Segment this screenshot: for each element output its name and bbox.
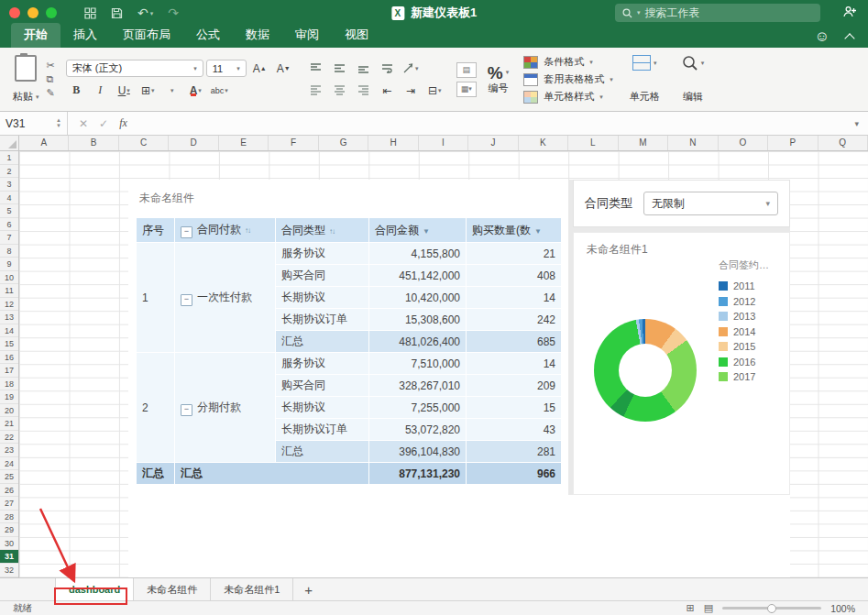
column-header-P[interactable]: P [768,136,818,150]
ribbon-tab-开始[interactable]: 开始 [11,23,60,48]
font-name-select[interactable]: 宋体 (正文)▾ [66,60,203,77]
name-box[interactable]: V31 ▲▼ [0,112,68,135]
legend-item[interactable]: 2013 [719,309,769,324]
format-painter-button[interactable]: ✎ [47,88,55,98]
row-header-32[interactable]: 32 [0,564,18,577]
align-center-icon[interactable] [329,82,350,99]
legend-item[interactable]: 2014 [719,324,769,340]
column-header-Q[interactable]: Q [819,136,868,150]
collapse-ribbon-icon[interactable] [844,33,854,43]
decrease-indent-icon[interactable]: ⇤ [377,82,398,99]
zoom-slider[interactable] [722,607,821,610]
row-header-17[interactable]: 17 [0,364,18,378]
search-input[interactable]: ▾ 搜索工作表 [615,4,820,22]
grid-view-icon[interactable] [84,7,96,19]
save-icon[interactable] [111,7,123,19]
ribbon-tab-插入[interactable]: 插入 [60,23,110,48]
row-header-21[interactable]: 21 [0,417,18,431]
zoom-slider-thumb[interactable] [767,604,776,613]
fullscreen-window-button[interactable] [46,7,57,18]
collapse-icon[interactable]: − [181,404,192,416]
fill-color-button[interactable]: ▾ [161,82,182,99]
add-sheet-button[interactable]: + [293,578,324,600]
insert-comment-icon[interactable]: ▤ [456,62,477,78]
column-header-B[interactable]: B [69,136,118,150]
ribbon-tab-公式[interactable]: 公式 [183,23,233,48]
row-header-3[interactable]: 3 [0,178,18,192]
column-header-H[interactable]: H [368,136,418,150]
row-header-15[interactable]: 15 [0,337,18,351]
collapse-icon[interactable]: − [181,226,192,238]
ribbon-tab-数据[interactable]: 数据 [233,23,282,48]
orientation-icon[interactable]: ▾ [401,60,422,77]
align-right-icon[interactable] [353,82,374,99]
column-header-I[interactable]: I [419,136,468,150]
cells-button[interactable]: ▾ 单元格 [624,52,665,106]
row-header-6[interactable]: 6 [0,218,18,232]
bold-button[interactable]: B [66,82,87,99]
row-header-1[interactable]: 1 [0,151,18,165]
row-header-11[interactable]: 11 [0,284,18,298]
row-header-28[interactable]: 28 [0,511,18,524]
column-header-F[interactable]: F [269,136,318,150]
legend-item[interactable]: 2011 [719,279,769,294]
sheet-tab-未命名组件[interactable]: 未命名组件 [134,578,211,600]
collapse-icon[interactable]: − [181,294,192,306]
page-layout-view-icon[interactable]: ▤ [704,603,713,613]
cell-styles-button[interactable]: 单元格样式▾ [523,90,613,104]
table-column-header[interactable]: −合同付款↑↓ [175,218,276,243]
row-header-25[interactable]: 25 [0,470,18,484]
row-header-2[interactable]: 2 [0,165,18,179]
row-header-10[interactable]: 10 [0,271,18,285]
row-header-24[interactable]: 24 [0,457,18,471]
column-header-C[interactable]: C [119,136,169,150]
column-header-A[interactable]: A [19,136,69,150]
filter-dropdown-icon[interactable]: ▼ [534,227,541,236]
row-header-13[interactable]: 13 [0,311,18,324]
increase-indent-icon[interactable]: ⇥ [401,82,422,99]
cut-button[interactable]: ✂ [47,60,55,71]
name-box-stepper-icon[interactable]: ▲▼ [56,118,61,128]
column-header-N[interactable]: N [668,136,718,150]
align-middle-icon[interactable] [329,60,350,77]
row-header-20[interactable]: 20 [0,404,18,418]
conditional-format-button[interactable]: 条件格式▾ [523,55,613,69]
column-header-M[interactable]: M [619,136,668,150]
column-header-G[interactable]: G [319,136,368,150]
minimize-window-button[interactable] [27,7,38,18]
align-bottom-icon[interactable] [353,60,374,77]
row-header-30[interactable]: 30 [0,537,18,551]
format-as-table-button[interactable]: 套用表格格式▾ [523,72,613,86]
cells-area[interactable]: 未命名组件 序号−合同付款↑↓合同类型↑↓合同金额▼购买数量(数▼1−一次性付款… [19,151,868,577]
legend-item[interactable]: 2012 [719,294,769,310]
align-top-icon[interactable] [305,60,326,77]
decrease-font-size-button[interactable]: A▼ [273,60,294,77]
filter-dropdown-icon[interactable]: ▼ [423,227,429,236]
share-icon[interactable] [842,5,857,23]
row-header-8[interactable]: 8 [0,245,18,258]
legend-item[interactable]: 2015 [719,339,769,355]
text-style-button[interactable]: abc▾ [209,82,230,99]
row-header-16[interactable]: 16 [0,351,18,365]
feedback-smiley-icon[interactable]: ☺ [815,28,830,45]
font-color-button[interactable]: A▾ [185,82,206,99]
row-header-18[interactable]: 18 [0,378,18,391]
column-header-L[interactable]: L [568,136,618,150]
copy-button[interactable]: ⧉ [47,74,55,84]
ribbon-tab-页面布局[interactable]: 页面布局 [110,23,183,48]
insert-function-icon[interactable]: fx [119,116,127,130]
dashboard-object[interactable]: 未命名组件 序号−合同付款↑↓合同类型↑↓合同金额▼购买数量(数▼1−一次性付款… [128,180,790,577]
font-size-select[interactable]: 11▾ [206,60,247,77]
percent-style-button[interactable]: %▾ 编号 [484,62,512,97]
select-all-corner[interactable] [0,136,19,150]
borders-button[interactable]: ⊞▾ [137,82,159,99]
legend-item[interactable]: 2017 [719,369,769,385]
row-header-22[interactable]: 22 [0,431,18,445]
row-header-23[interactable]: 23 [0,444,18,457]
underline-button[interactable]: U▾ [114,82,135,99]
confirm-entry-icon[interactable]: ✓ [99,117,108,130]
column-header-J[interactable]: J [468,136,518,150]
row-header-4[interactable]: 4 [0,192,18,205]
sheet-tab-未命名组件1[interactable]: 未命名组件1 [211,578,293,600]
ribbon-tab-审阅[interactable]: 审阅 [282,23,332,48]
